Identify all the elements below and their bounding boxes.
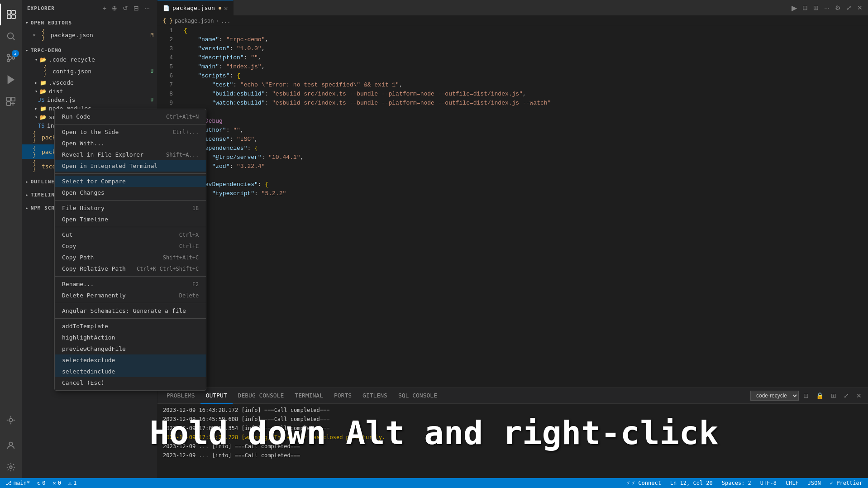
sidebar-header: EXPLORER + ⊕ ↺ ⊟ ··· [22,0,157,16]
panel-maximize-button[interactable]: ⤢ [841,390,852,401]
error-icon: ✕ [53,480,56,486]
ctx-selected-include[interactable]: selectedinclude [55,366,206,377]
ctx-angular[interactable]: Angular Schematics: Generate a file [55,305,206,316]
sidebar-more-button[interactable]: ··· [143,4,152,13]
activity-source-control[interactable]: 2 [0,47,22,69]
svg-point-4 [8,33,14,39]
ctx-selected-exclude[interactable]: selectedexclude [55,354,206,366]
file-index-js[interactable]: JS index.js U [22,96,157,104]
ctx-open-timeline[interactable]: Open Timeline [55,214,206,225]
spaces-label: Spaces: 2 [722,480,751,486]
folder-dist[interactable]: ▾ 📂 dist [22,87,157,96]
status-errors[interactable]: ✕ 0 [51,480,63,486]
editor-action-close-panel[interactable]: ✕ [855,3,864,12]
tab-gitlens[interactable]: GITLENS [357,388,393,404]
sidebar-refresh-button[interactable]: ↺ [121,4,130,13]
status-language[interactable]: JSON [806,480,823,486]
svg-point-21 [9,442,12,445]
tab-package-json[interactable]: 📄 package.json ● ✕ [157,0,234,16]
sidebar-new-folder-button[interactable]: ⊕ [110,4,119,13]
open-editor-badge: M [150,32,157,38]
ctx-sep-3 [55,200,206,201]
sidebar-collapse-button[interactable]: ⊟ [132,4,141,13]
code-line-5: "main": "index.js", [184,62,864,72]
sidebar-new-file-button[interactable]: + [101,4,108,13]
ctx-open-side-label: Open to the Side [62,129,119,135]
open-editors-label[interactable]: ▾ OPEN EDITORS [22,18,157,28]
ctx-highlight-action-label: highlightAction [62,334,115,341]
panel-open-external-button[interactable]: ⊞ [828,390,839,401]
activity-run[interactable] [0,69,22,91]
ctx-copy[interactable]: Copy Ctrl+C [55,240,206,252]
folder-arrow-node-modules: ▸ [33,106,40,111]
panel-tab-bar: PROBLEMS OUTPUT DEBUG CONSOLE TERMINAL P… [157,388,868,404]
ctx-add-template[interactable]: addToTemplate [55,321,206,332]
status-line-col[interactable]: Ln 12, Col 20 [668,480,715,486]
ctx-highlight-action[interactable]: highlightAction [55,332,206,343]
folder-vscode[interactable]: ▸ 📁 .vscode [22,78,157,87]
activity-gitlens[interactable] [0,409,22,431]
status-warnings[interactable]: ⚠ 1 [67,480,78,486]
ctx-file-history[interactable]: File History 18 [55,202,206,214]
panel-close-button[interactable]: ✕ [854,390,864,401]
status-connect[interactable]: ⚡ ⚡ Connect [625,480,663,486]
activity-extensions[interactable] [0,91,22,112]
activity-search[interactable] [0,25,22,47]
ctx-cut[interactable]: Cut Ctrl+X [55,229,206,240]
tab-terminal[interactable]: TERMINAL [289,388,329,404]
status-branch[interactable]: ⎇ main* [4,480,32,486]
breadcrumb-filename[interactable]: package.json [175,18,214,24]
ctx-open-with[interactable]: Open With... [55,138,206,149]
editor-action-settings[interactable]: ⚙ [833,3,843,12]
folder-code-recycle[interactable]: ▾ 📂 .code-recycle [22,55,157,64]
status-prettier[interactable]: ✓ Prettier [828,480,864,486]
ctx-copy-relative-path[interactable]: Copy Relative Path Ctrl+K Ctrl+Shift+C [55,263,206,274]
tab-ports[interactable]: PORTS [329,388,357,404]
code-line-7: "test": "echo \"Error: no test specified… [184,81,864,90]
ctx-open-terminal[interactable]: Open in Integrated Terminal [55,160,206,172]
status-spaces[interactable]: Spaces: 2 [720,480,753,486]
editor-action-play[interactable]: ▶ [790,3,799,13]
ctx-copy-relative-shortcut: Ctrl+K Ctrl+Shift+C [137,266,199,272]
open-editor-package-json[interactable]: ✕ { } package.json M [22,28,157,42]
editor-action-view[interactable]: ⊞ [811,3,820,12]
close-file-icon[interactable]: ✕ [33,32,40,38]
ctx-select-compare[interactable]: Select for Compare [55,176,206,187]
tab-sql-console[interactable]: SQL CONSOLE [393,388,443,404]
editor-action-maximize[interactable]: ⤢ [844,3,854,12]
panel-output-dropdown[interactable]: code-recycle [750,391,799,401]
ctx-open-changes[interactable]: Open Changes [55,187,206,198]
activity-settings[interactable] [0,456,22,478]
prettier-label: ✓ Prettier [830,480,863,486]
ctx-cancel[interactable]: Cancel (Esc) [55,377,206,388]
code-line-3: "version": "1.0.0", [184,44,864,53]
panel-lock-button[interactable]: 🔒 [813,390,826,401]
language-label: JSON [808,480,821,486]
status-sync[interactable]: ↻ 0 [35,480,47,486]
ctx-copy-path[interactable]: Copy Path Shift+Alt+C [55,252,206,263]
ctx-delete[interactable]: Delete Permanently Delete [55,290,206,301]
status-line-ending[interactable]: CRLF [784,480,801,486]
ctx-run-code[interactable]: Run Code Ctrl+Alt+N [55,111,206,122]
breadcrumb: { } package.json › ... [157,16,868,26]
activity-explorer[interactable] [0,4,22,25]
tab-close-button[interactable]: ✕ [224,5,228,12]
editor-action-split[interactable]: ⊟ [801,3,810,12]
file-config-json[interactable]: { } config.json U [22,64,157,78]
file-package-json-icon: { } [33,145,40,158]
activity-account[interactable] [0,435,22,456]
tab-debug-console[interactable]: DEBUG CONSOLE [233,388,290,404]
status-encoding[interactable]: UTF-8 [758,480,778,486]
panel-clear-button[interactable]: ⊟ [801,390,811,401]
code-editor[interactable]: 1 2 3 4 5 6 7 8 9 10 11 12 13 14 15 16 1 [157,26,868,388]
ctx-reveal-explorer[interactable]: Reveal in File Explorer Shift+A... [55,149,206,160]
svg-rect-2 [7,15,11,19]
code-line-6: "scripts": { [184,72,864,81]
editor-action-more[interactable]: ··· [822,3,831,12]
folder-dist-icon: 📂 [40,88,47,95]
ctx-rename[interactable]: Rename... F2 [55,278,206,290]
ctx-open-side[interactable]: Open to the Side Ctrl+... [55,126,206,138]
ctx-reveal-shortcut: Shift+A... [166,152,199,158]
trpc-demo-label[interactable]: ▾ TRPC-DEMO [22,46,157,55]
ctx-preview-changed[interactable]: previewChangedFile [55,343,206,354]
